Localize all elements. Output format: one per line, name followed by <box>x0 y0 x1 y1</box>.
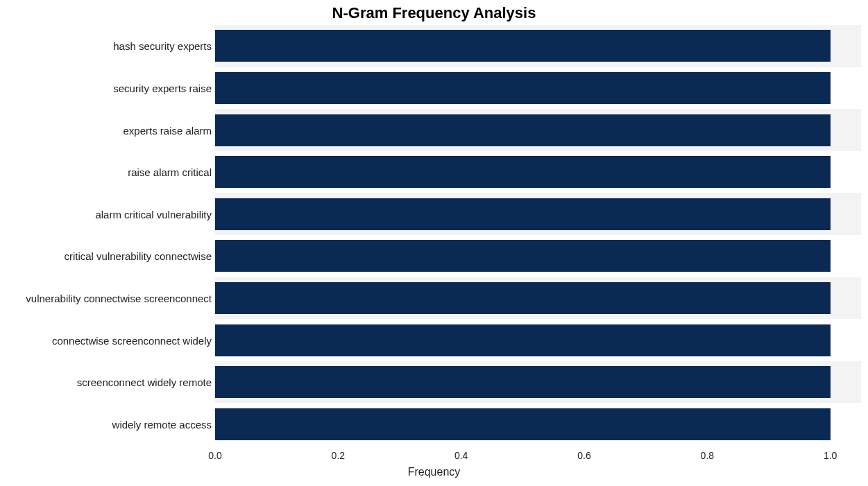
bar <box>215 408 831 440</box>
x-tick-label: 0.0 <box>208 450 221 461</box>
chart-title: N-Gram Frequency Analysis <box>0 4 868 22</box>
bar <box>215 282 831 314</box>
y-tick-label: screenconnect widely remote <box>77 376 212 388</box>
bar <box>215 30 831 62</box>
bar <box>215 156 831 188</box>
y-tick-label: alarm critical vulnerability <box>95 208 212 220</box>
y-tick-label: widely remote access <box>112 418 212 430</box>
plot-area <box>215 25 861 445</box>
y-tick-label: critical vulnerability connectwise <box>64 250 212 262</box>
x-tick-label: 0.6 <box>577 450 590 461</box>
bar <box>215 366 831 398</box>
x-tick-label: 0.8 <box>701 450 714 461</box>
y-tick-label: hash security experts <box>113 40 212 52</box>
bar <box>215 114 831 146</box>
x-axis-label: Frequency <box>0 466 868 478</box>
y-tick-label: experts raise alarm <box>123 124 212 136</box>
x-tick-label: 0.4 <box>454 450 468 461</box>
x-tick-label: 0.2 <box>332 450 345 461</box>
y-tick-label: connectwise screenconnect widely <box>52 334 212 346</box>
bar <box>215 240 831 272</box>
bar <box>215 72 831 104</box>
y-tick-label: vulnerability connectwise screenconnect <box>26 292 212 304</box>
bar <box>215 324 831 356</box>
x-tick-label: 1.0 <box>824 450 837 461</box>
ngram-frequency-chart: N-Gram Frequency Analysis hash security … <box>0 0 868 486</box>
bar <box>215 198 831 230</box>
y-tick-label: raise alarm critical <box>128 166 212 178</box>
y-tick-label: security experts raise <box>113 82 212 94</box>
